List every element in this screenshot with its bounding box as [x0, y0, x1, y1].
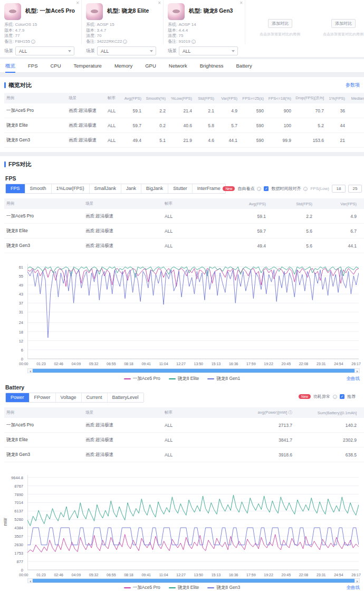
remove-device-icon[interactable]: × [76, 0, 79, 6]
legend-item[interactable]: 骁龙8 Elite [169, 376, 199, 382]
scroll-right-icon[interactable] [355, 579, 359, 583]
overview-header: 概览对比 [0, 77, 364, 92]
power-anomaly-label[interactable]: 功耗异常 [313, 394, 330, 399]
chart-plot[interactable] [27, 475, 359, 572]
fps-tab-interframe[interactable]: InterFrame [193, 184, 225, 193]
value-cell: 59.7 [121, 123, 143, 128]
nav-tab-temperature[interactable]: Temperature [74, 59, 102, 73]
x-tick-label: 11:04 [159, 362, 168, 366]
device-name-cell: 骁龙8 Elite [4, 122, 66, 129]
nav-tab-fps[interactable]: FPS [28, 59, 37, 73]
legend-item[interactable]: 一加Ace5 Pro [124, 585, 160, 591]
y-tick-label: 9644.8 [11, 475, 23, 480]
info-icon[interactable]: i [123, 40, 127, 44]
legend-label: 骁龙8 Gen1 [216, 376, 240, 382]
value-cell: 画质:超清极速 [83, 422, 162, 428]
x-tick-label: 22:08 [299, 362, 309, 366]
remove-device-icon[interactable]: × [158, 0, 161, 6]
scenario-select[interactable]: ALL [15, 46, 74, 55]
legend-item[interactable]: 一加Ace5 Pro [124, 376, 160, 382]
remove-device-icon[interactable]: × [240, 0, 243, 6]
info-icon[interactable]: i [333, 395, 337, 399]
legend-item[interactable]: 骁龙8 Elite [169, 585, 199, 591]
fps-tab-1%low(fps)[interactable]: 1%Low(FPS) [52, 184, 90, 193]
params-link[interactable]: 参数项 [346, 82, 360, 89]
scenario-select[interactable]: ALL [179, 46, 238, 55]
scenario-select[interactable]: ALL [97, 46, 156, 55]
battery-tab-batterylevel[interactable]: BatteryLevel [108, 393, 143, 402]
fps-tab-jank[interactable]: Jank [121, 184, 141, 193]
battery-chart-scrollbar[interactable] [27, 578, 360, 583]
chart-plot[interactable] [27, 264, 359, 361]
nav-tab-battery[interactable]: Battery [236, 59, 252, 73]
table-row[interactable]: 一加Ace5 Pro画质:超清极速ALL59.12.24.9 [4, 209, 364, 224]
nav-tab-network[interactable]: Network [169, 59, 187, 73]
value-cell: 5.7 [216, 123, 240, 128]
nav-tab-概览[interactable]: 概览 [5, 59, 15, 73]
x-tick-label: 16:36 [229, 362, 238, 366]
table-row[interactable]: 骁龙8 Gen3画质:超清极速ALL49.45.644.1 [4, 239, 364, 253]
info-icon[interactable]: i [303, 187, 308, 191]
column-header: Std(FPS) [194, 96, 216, 101]
fps-tab-smooth[interactable]: Smooth [25, 184, 52, 193]
column-header: FPS>=25(s) [240, 96, 266, 101]
table-row[interactable]: 骁龙8 Elite画质:超清极速ALL59.75.66.7 [4, 224, 364, 239]
nav-tab-brightness[interactable]: Brightness [200, 59, 224, 73]
full-curve-link[interactable]: 全曲线 [347, 376, 360, 382]
scroll-left-icon[interactable] [28, 369, 33, 373]
full-curve-link[interactable]: 全曲线 [347, 585, 360, 591]
align-checkbox[interactable]: ✓ [264, 186, 269, 191]
scroll-left-icon[interactable] [28, 579, 33, 583]
table-row[interactable]: 骁龙8 Elite画质:超清极速ALL3841.72302.9 [4, 433, 364, 447]
fps-battery-section: FPS对比 FPS FPSSmooth1%Low(FPS)SmallJankJa… [0, 156, 364, 591]
scrollbar-thumb[interactable] [33, 369, 355, 373]
info-icon[interactable]: i [31, 40, 35, 44]
x-tick-label: 06:55 [107, 573, 116, 577]
nav-tab-memory[interactable]: Memory [114, 59, 132, 73]
legend-item[interactable]: 骁龙8 Gen3 [207, 585, 240, 591]
info-icon[interactable]: i [191, 40, 196, 44]
nav-tab-gpu[interactable]: GPU [145, 59, 156, 73]
x-tick-label: 19:22 [264, 362, 273, 366]
battery-tab-fpower[interactable]: FPower [30, 393, 56, 402]
column-header: Smooth(%) [143, 96, 168, 101]
fps-chart-scrollbar[interactable] [27, 368, 360, 373]
y-tick-label: 877 [16, 559, 23, 564]
battery-chart[interactable]: 9644.88767789070146137526043843507263017… [0, 475, 364, 573]
fps-tab-smalljank[interactable]: SmallJank [90, 184, 122, 193]
table-row[interactable]: 一加Ace5 Pro画质:超清极速ALL59.12.221.42.14.9590… [4, 103, 364, 118]
free-view-label[interactable]: 自由看点 [237, 186, 254, 192]
table-row[interactable]: 一加Ace5 Pro画质:超清极速ALL2713.7140.2 [4, 418, 364, 433]
y-tick-label: 24 [19, 320, 23, 325]
value-cell: 590 [240, 123, 266, 128]
table-row[interactable]: 骁龙8 Elite画质:超清极速ALL59.70.240.65.85.75901… [4, 118, 364, 133]
fps-tab-bigjank[interactable]: BigJank [141, 184, 168, 193]
info-icon[interactable]: i [257, 187, 261, 191]
x-tick-label: 05:32 [89, 362, 99, 366]
table-row[interactable]: 骁龙8 Gen3画质:超清极速ALL3918.6638.5 [4, 447, 364, 462]
y-tick-label: 7890 [14, 492, 23, 497]
add-compare-button-2[interactable]: 添加对比 [331, 19, 356, 28]
overview-table: 用例场景帧率Avg(FPS)Smooth(%)%Low(FPS)Std(FPS)… [4, 93, 364, 148]
scroll-right-icon[interactable] [355, 369, 359, 373]
y-tick-label: 0 [21, 568, 23, 573]
fps-high-input[interactable] [348, 185, 362, 193]
column-header: FPS<=18(%) [266, 96, 293, 101]
battery-tab-power[interactable]: Power [6, 393, 30, 402]
add-compare-button[interactable]: 添加对比 [268, 19, 292, 28]
battery-tab-current[interactable]: Current [82, 393, 108, 402]
device-info-line: 版本: 3.4.7 [86, 28, 127, 34]
fps-low-input[interactable] [332, 185, 346, 193]
table-row[interactable]: 骁龙8 Gen3画质:超清极速ALL49.45.121.94.644.15909… [4, 133, 364, 148]
fps-tab-fps[interactable]: FPS [6, 184, 25, 193]
fps-chart[interactable]: 61554943373124181260 [0, 264, 364, 362]
fps-tab-stutter[interactable]: Stutter [168, 184, 193, 193]
legend-item[interactable]: 骁龙8 Gen1 [207, 376, 240, 382]
value-cell: 49.4 [221, 243, 268, 249]
top-block: ×机型: 一加Ace5 Pro系统: ColorOS 15版本: 4.7.9温度… [0, 0, 364, 57]
recommend-checkbox[interactable]: ✓ [340, 394, 344, 399]
scrollbar-thumb[interactable] [33, 579, 355, 583]
battery-chart-x-labels: 00:0001:2302:4604:0905:3206:5508:1809:41… [19, 573, 361, 577]
battery-tab-voltage[interactable]: Voltage [56, 393, 82, 402]
nav-tab-cpu[interactable]: CPU [50, 59, 61, 73]
